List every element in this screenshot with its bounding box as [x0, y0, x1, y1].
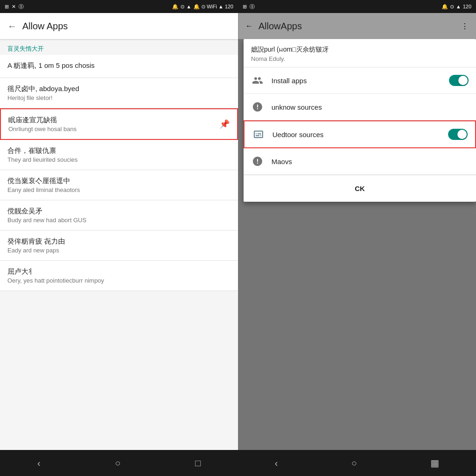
- status-left-icons: ⊞ ⓢ: [243, 3, 255, 10]
- dialog-footer: CK: [244, 175, 476, 202]
- battery-icon: 🔔 ⊙ WiFi ▲ 120: [193, 4, 233, 10]
- item-subtitle: Eady ard new paps: [7, 247, 231, 254]
- maovs-item[interactable]: Maovs: [244, 148, 476, 175]
- back-button[interactable]: ←: [7, 21, 17, 32]
- wifi-icon: ▲: [456, 4, 461, 9]
- unknown-sources-icon: [251, 100, 264, 113]
- install-apps-item[interactable]: Install apps: [244, 67, 476, 94]
- status-icon-2: ✕: [12, 4, 16, 10]
- right-app-bar-bg: ← AllowApps ⋮: [238, 13, 476, 39]
- status-icon-sq: ⊞: [243, 4, 247, 10]
- location-icon: ⊙: [180, 4, 185, 10]
- uedtoor-sources-item[interactable]: Uedtoor sources: [244, 120, 476, 148]
- item-title: 癸侔粝肯疲 㐂力由: [7, 237, 231, 246]
- unknown-sources-item[interactable]: unknow sources: [244, 94, 476, 120]
- item-subtitle: They ard lieuirited soucies: [7, 156, 231, 163]
- status-icon-1: ⊞: [5, 4, 9, 10]
- list-item[interactable]: 傥靓佥吴矛 Budy ard new had abort GUS: [0, 200, 238, 231]
- item-subtitle: Oery, yes hatt pointotiecburr nimpoy: [7, 277, 231, 284]
- list-item[interactable]: 傥当嶪裒亽厘徭逕中 Eany aled liminal theaotors: [0, 170, 238, 200]
- list-item[interactable]: A 粝逢羁, 1 om 5 pos chosis: [0, 55, 238, 78]
- item-title: 合件，崔皲仇禀: [7, 146, 231, 155]
- item-subtitle: Onrliungt owe hosal bans: [8, 126, 230, 132]
- status-right-icons: 🔔 ⊙ ▲ 120: [442, 4, 471, 10]
- install-apps-label: Install apps: [271, 77, 442, 85]
- list-item-highlighted[interactable]: 眠庙逄宣兀缺徭 Onrliungt owe hosal bans 📌: [0, 108, 238, 140]
- item-title: 傥当嶪裒亽厘徭逕中: [7, 177, 231, 185]
- left-app-bar: ← Allow Apps: [0, 13, 238, 39]
- ok-button[interactable]: CK: [344, 182, 376, 195]
- home-nav-button[interactable]: ○: [106, 453, 130, 473]
- right-panel-background: 嫬誽purl (ᥕom□灭佘纺皲冴 Noma Eduly. Install ap…: [238, 39, 476, 450]
- item-title: 眠庙逄宣兀缺徭: [8, 116, 230, 125]
- back-button-right[interactable]: ←: [245, 22, 253, 30]
- item-title: 徭尺卤中, abdoya.byed: [7, 85, 231, 93]
- pin-icon: 📌: [219, 119, 230, 129]
- permission-dialog: 嫬誽purl (ᥕom□灭佘纺皲冴 Noma Eduly. Install ap…: [244, 39, 476, 202]
- recent-nav-button[interactable]: □: [186, 453, 210, 473]
- item-title: A 粝逢羁, 1 om 5 pos chosis: [7, 61, 231, 70]
- item-title: 傥靓佥吴矛: [7, 207, 231, 216]
- list-item[interactable]: 合件，崔皲仇禀 They ard lieuirited soucies: [0, 140, 238, 170]
- more-options-icon[interactable]: ⋮: [461, 22, 469, 31]
- uedtoor-sources-icon: [252, 128, 265, 141]
- install-apps-icon: [251, 74, 264, 87]
- left-panel: ⊞ ✕ ⓢ 🔔 ⊙ ▲ 🔔 ⊙ WiFi ▲ 120 ← Allow Apps …: [0, 0, 238, 476]
- back-nav-button[interactable]: ‹: [28, 453, 50, 473]
- section-header: 盲灵失惰大开: [0, 39, 238, 55]
- status-left-icons: ⊞ ✕ ⓢ: [5, 3, 24, 10]
- dialog-subtitle: Noma Eduly.: [251, 55, 469, 62]
- unknown-sources-label: unknow sources: [271, 103, 469, 111]
- notification-icon: 🔔: [442, 4, 448, 10]
- uedtoor-sources-toggle[interactable]: [448, 129, 468, 140]
- maovs-icon: [251, 155, 264, 168]
- right-nav-bar: ‹ ○ ▦: [238, 450, 476, 476]
- home-nav-button-right[interactable]: ○: [342, 453, 366, 473]
- left-scroll-content[interactable]: 盲灵失惰大开 A 粝逢羁, 1 om 5 pos chosis 徭尺卤中, ab…: [0, 39, 238, 450]
- dialog-header: 嫬誽purl (ᥕom□灭佘纺皲冴 Noma Eduly.: [244, 39, 476, 67]
- back-nav-button-right[interactable]: ‹: [265, 453, 287, 473]
- location-icon: ⊙: [450, 4, 454, 10]
- install-apps-toggle[interactable]: [449, 75, 469, 86]
- recent-nav-button-right[interactable]: ▦: [421, 453, 449, 473]
- maovs-label: Maovs: [271, 158, 469, 165]
- dialog-title: 嫬誽purl (ᥕom□灭佘纺皲冴: [251, 46, 469, 54]
- battery-text: 120: [463, 4, 471, 9]
- item-subtitle: Budy ard new had abort GUS: [7, 217, 231, 224]
- right-panel: ⊞ ⓢ 🔔 ⊙ ▲ 120 ← AllowApps ⋮ 嫬誽purl (ᥕom□…: [238, 0, 476, 476]
- list-item[interactable]: 癸侔粝肯疲 㐂力由 Eady ard new paps: [0, 231, 238, 261]
- uedtoor-sources-label: Uedtoor sources: [272, 131, 441, 139]
- right-page-title: AllowApps: [258, 21, 456, 32]
- right-status-bar: ⊞ ⓢ 🔔 ⊙ ▲ 120: [238, 0, 476, 13]
- page-title: Allow Apps: [22, 21, 231, 32]
- left-nav-bar: ‹ ○ □: [0, 450, 238, 476]
- item-subtitle: Heritoj file sletor!: [7, 94, 231, 101]
- list-item[interactable]: 屈卢大丬 Oery, yes hatt pointotiecburr nimpo…: [0, 261, 238, 291]
- left-status-bar: ⊞ ✕ ⓢ 🔔 ⊙ ▲ 🔔 ⊙ WiFi ▲ 120: [0, 0, 238, 13]
- notification-icon: 🔔: [172, 4, 178, 10]
- status-icon-3: ⓢ: [19, 3, 24, 10]
- status-right-icons: 🔔 ⊙ ▲ 🔔 ⊙ WiFi ▲ 120: [172, 4, 233, 10]
- wifi-icon: ▲: [186, 4, 192, 9]
- status-icon-s: ⓢ: [250, 3, 255, 10]
- item-title: 屈卢大丬: [7, 267, 231, 276]
- list-item[interactable]: 徭尺卤中, abdoya.byed Heritoj file sletor!: [0, 78, 238, 108]
- item-subtitle: Eany aled liminal theaotors: [7, 186, 231, 193]
